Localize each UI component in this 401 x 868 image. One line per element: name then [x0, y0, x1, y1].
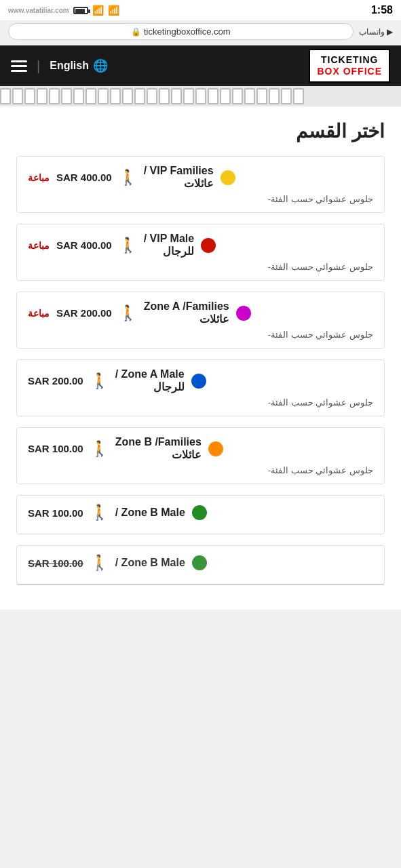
zone-color-dot	[192, 555, 207, 570]
navbar-left: | English 🌐	[11, 58, 108, 74]
signal-icon: 📶	[108, 5, 119, 16]
zone-main-line: VIP Families /عائلات🚶SAR 400.00مباعة	[28, 165, 373, 190]
zone-price: SAR 200.00	[56, 307, 112, 319]
zone-main-line: Zone B Male /🚶SAR 100.00	[28, 554, 373, 572]
sold-out-label: مباعة	[28, 172, 50, 183]
ticket-notch	[122, 88, 133, 104]
person-icon: 🚶	[90, 372, 109, 390]
url-bar[interactable]: 🔒 ticketingboxoffice.com	[8, 23, 354, 40]
sold-out-label: مباعة	[28, 308, 50, 319]
zone-price: SAR 200.00	[28, 375, 83, 387]
hamburger-line	[11, 60, 27, 62]
website-label: www.vatatiliar.com	[8, 7, 69, 14]
nav-divider: |	[37, 58, 40, 74]
ticket-strip	[0, 86, 401, 106]
ticket-strip-inner	[0, 88, 304, 104]
status-icons: www.vatatiliar.com 📶 📶	[8, 5, 119, 16]
ticket-notch	[256, 88, 267, 104]
ticket-notch	[0, 88, 11, 104]
zone-color-dot	[192, 505, 207, 520]
ticket-notch	[37, 88, 47, 104]
zone-subtitle: جلوس عشوائي حسب الفئة-	[28, 194, 373, 204]
app-label: واتساب ▶	[359, 27, 393, 37]
language-selector[interactable]: English 🌐	[50, 58, 108, 73]
wifi-icon: 📶	[92, 5, 104, 16]
zone-subtitle: جلوس عشوائي حسب الفئة-	[28, 262, 373, 272]
hamburger-menu[interactable]	[11, 60, 27, 72]
zone-main-line: Zone A /Familiesعائلات🚶SAR 200.00مباعة	[28, 300, 373, 326]
hamburger-line	[11, 65, 27, 67]
navbar: | English 🌐 TICKETING BOX OFFICE	[0, 45, 401, 86]
zone-color-dot	[208, 441, 223, 456]
person-icon: 🚶	[119, 169, 137, 186]
ticket-notch	[281, 88, 292, 104]
zone-row[interactable]: Zone B /Familiesعائلات🚶SAR 100.00جلوس عش…	[16, 427, 385, 484]
zone-main-line: VIP Male /للرجال🚶SAR 400.00مباعة	[28, 233, 373, 258]
zone-main-line: Zone B /Familiesعائلات🚶SAR 100.00	[28, 436, 373, 461]
language-label: English	[50, 60, 89, 72]
ticket-notch	[98, 88, 109, 104]
ticket-notch	[220, 88, 231, 104]
zone-row[interactable]: VIP Families /عائلات🚶SAR 400.00مباعةجلوس…	[16, 156, 385, 213]
url-text: ticketingboxoffice.com	[144, 26, 231, 37]
zone-subtitle: جلوس عشوائي حسب الفئة-	[28, 330, 373, 340]
ticket-notch	[85, 88, 96, 104]
zone-color-dot	[201, 238, 216, 253]
ticket-notch	[183, 88, 194, 104]
zones-list: VIP Families /عائلات🚶SAR 400.00مباعةجلوس…	[16, 156, 385, 585]
zone-price: SAR 400.00	[56, 172, 112, 183]
zone-price: SAR 100.00	[28, 443, 83, 454]
ticket-notch	[208, 88, 218, 104]
section-title: اختر القسم	[16, 120, 385, 142]
ticket-notch	[159, 88, 170, 104]
ticket-notch	[110, 88, 121, 104]
ticket-notch	[61, 88, 72, 104]
person-icon: 🚶	[119, 304, 137, 322]
ticket-notch	[269, 88, 280, 104]
zone-name: Zone A Male /للرجال	[115, 368, 185, 393]
main-content: اختر القسم VIP Families /عائلات🚶SAR 400.…	[0, 106, 401, 610]
zone-name: VIP Male /للرجال	[144, 233, 194, 258]
person-icon: 🚶	[90, 554, 109, 572]
zone-main-line: Zone A Male /للرجال🚶SAR 200.00	[28, 368, 373, 393]
zone-name: Zone A /Familiesعائلات	[144, 300, 229, 326]
zone-name: Zone B Male /	[115, 507, 185, 519]
status-bar: www.vatatiliar.com 📶 📶 1:58	[0, 0, 401, 20]
zone-price: SAR 100.00	[28, 557, 83, 569]
zone-name: Zone B Male /	[115, 557, 185, 569]
zone-row[interactable]: Zone A Male /للرجال🚶SAR 200.00جلوس عشوائ…	[16, 359, 385, 416]
ticket-notch	[195, 88, 206, 104]
battery-icon	[73, 7, 88, 14]
ticket-notch	[293, 88, 304, 104]
time-display: 1:58	[371, 4, 393, 16]
zone-color-dot	[221, 170, 235, 185]
logo: TICKETING BOX OFFICE	[309, 49, 390, 83]
ticket-notch	[147, 88, 157, 104]
person-icon: 🚶	[90, 440, 109, 458]
ticket-notch	[134, 88, 145, 104]
person-icon: 🚶	[90, 504, 109, 521]
zone-row-partial[interactable]: Zone B Male /🚶SAR 100.00	[16, 545, 385, 585]
logo-line2: BOX OFFICE	[317, 66, 382, 77]
zone-name: Zone B /Familiesعائلات	[115, 436, 202, 461]
zone-row[interactable]: VIP Male /للرجال🚶SAR 400.00مباعةجلوس عشو…	[16, 224, 385, 281]
ticket-notch	[24, 88, 35, 104]
zone-price: SAR 400.00	[56, 239, 112, 251]
globe-icon: 🌐	[93, 58, 108, 73]
ticket-notch	[73, 88, 84, 104]
sold-out-label: مباعة	[28, 240, 50, 251]
zone-color-dot	[191, 374, 206, 389]
zone-row[interactable]: Zone B Male /🚶SAR 100.00	[16, 495, 385, 534]
ticket-notch	[232, 88, 243, 104]
zone-price: SAR 100.00	[28, 507, 83, 519]
zone-row[interactable]: Zone A /Familiesعائلات🚶SAR 200.00مباعةجل…	[16, 292, 385, 349]
logo-line1: TICKETING	[317, 54, 382, 66]
ticket-notch	[49, 88, 60, 104]
zone-main-line: Zone B Male /🚶SAR 100.00	[28, 504, 373, 521]
person-icon: 🚶	[119, 237, 137, 254]
zone-color-dot	[236, 306, 251, 321]
ticket-notch	[171, 88, 182, 104]
lock-icon: 🔒	[131, 27, 141, 37]
zone-subtitle: جلوس عشوائي حسب الفئة-	[28, 397, 373, 408]
zone-name: VIP Families /عائلات	[144, 165, 214, 190]
